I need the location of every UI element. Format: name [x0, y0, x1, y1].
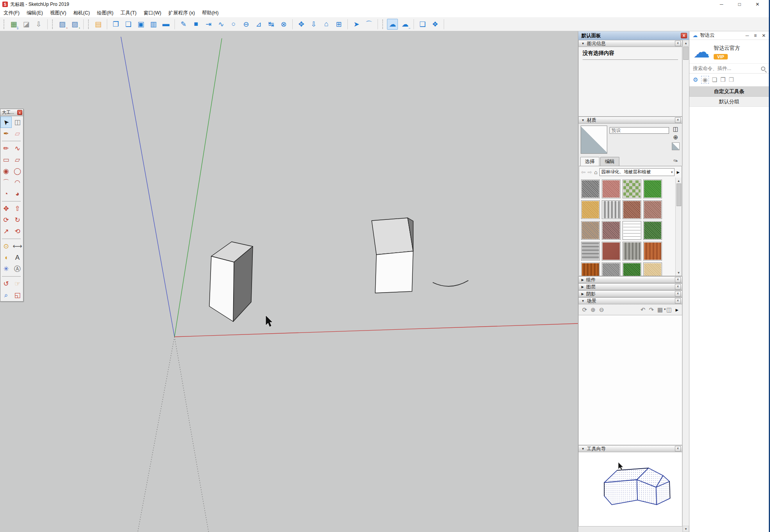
save-all-icon[interactable]: ▥ [148, 19, 159, 30]
hatch-clock-red-icon[interactable]: ▨◔ [57, 19, 68, 30]
box-3d-icon[interactable]: ❖ [430, 19, 441, 30]
orbit-icon[interactable]: ↺ [0, 278, 12, 289]
details-arrow-icon[interactable]: ▸ [676, 169, 680, 176]
circle-tool-icon[interactable]: ○ [228, 19, 239, 30]
material-shrub[interactable] [622, 262, 641, 276]
offset-icon[interactable]: ⟲ [12, 226, 23, 237]
tool-palette-titlebar[interactable]: 大工... x [0, 109, 23, 116]
material-orange-fence[interactable] [643, 242, 662, 261]
freehand-icon[interactable]: ∿ [216, 19, 227, 30]
scenes-close-button[interactable]: × [675, 298, 681, 304]
entity-info-close-button[interactable]: × [675, 41, 681, 46]
stamp-tool-icon[interactable]: ❏ [712, 76, 717, 83]
rectangle-tool-icon[interactable]: ■ [191, 19, 201, 30]
scene-detail-arrow-icon[interactable]: ▸ [675, 307, 678, 313]
move-icon[interactable]: ✥ [0, 203, 12, 214]
section-close-button[interactable]: × [675, 277, 681, 282]
menu-item[interactable]: 编辑(E) [23, 10, 47, 16]
menu-item[interactable]: 工具(T) [117, 10, 140, 16]
menu-item[interactable]: 帮助(H) [198, 10, 222, 16]
material-gray-planks[interactable] [622, 242, 641, 261]
material-mixed-gravel[interactable] [581, 221, 600, 240]
instructor-header[interactable]: ▼ 工具向导 × [578, 445, 682, 452]
display-secondary-pane-icon[interactable]: ◫ [673, 126, 678, 132]
arc-icon[interactable]: ⌒ [0, 177, 12, 188]
circle-icon[interactable]: ◉ [0, 165, 12, 177]
protractor-tool-icon[interactable]: ⊿ [253, 19, 264, 30]
material-granite[interactable] [602, 221, 621, 240]
zoom-window-icon[interactable]: ◱ [12, 289, 23, 301]
entity-info-header[interactable]: ▼ 图元信息 × [578, 40, 682, 47]
cloud-close-button[interactable]: ✕ [762, 33, 766, 38]
toolbar-drag-handle[interactable] [4, 20, 5, 29]
3d-text-icon[interactable]: Ⓐ [12, 263, 23, 275]
add-scene-icon[interactable]: ⊕ [591, 307, 596, 313]
selection-eye-icon[interactable]: ◉ [701, 76, 709, 84]
menu-item[interactable]: 绘图(R) [94, 10, 117, 16]
copy-tool-icon[interactable]: ❐ [720, 76, 725, 83]
person-import-icon[interactable]: ⇩ [33, 19, 44, 30]
freehand-tool-icon[interactable]: ∿ [12, 143, 23, 154]
hatch-clock-green-icon[interactable]: ▨◔ [69, 19, 80, 30]
line-pencil-icon[interactable]: ✏ [0, 143, 12, 154]
refresh-scene-icon[interactable]: ⟳ [582, 307, 587, 313]
tab-edit[interactable]: 编辑 [600, 157, 619, 166]
material-gray-gravel[interactable] [581, 180, 600, 198]
line-tool-icon[interactable]: ✎ [178, 19, 189, 30]
section-close-button[interactable]: × [675, 284, 681, 289]
scroll-down-icon[interactable]: ▼ [676, 270, 682, 275]
section-close-button[interactable]: × [675, 291, 681, 297]
scene-down-icon[interactable]: ↷ [649, 307, 654, 313]
open-folder-icon[interactable]: ❏ [123, 19, 134, 30]
paste-tool-icon[interactable]: ❒ [729, 76, 734, 83]
cloud-menu-button[interactable]: ≡ [754, 33, 757, 38]
house-icon[interactable]: ⌂ [321, 19, 332, 30]
toolbar-drag-handle[interactable] [382, 20, 384, 29]
material-red-gravel[interactable] [643, 200, 662, 219]
settings-gear-icon[interactable]: ⚙ [693, 76, 698, 83]
open-file-icon[interactable]: ❐ [110, 19, 121, 30]
dimension-icon[interactable]: ⟷ [12, 241, 23, 252]
pan-icon[interactable]: ☞ [12, 278, 23, 289]
eyedropper-icon[interactable]: ✑ [673, 157, 678, 164]
maximize-button[interactable]: □ [730, 0, 748, 9]
import-folder-icon[interactable]: ▬ [160, 19, 171, 30]
scene-up-icon[interactable]: ↶ [640, 307, 646, 313]
back-arrow-icon[interactable]: ⇦ [581, 169, 586, 175]
material-grass[interactable] [643, 180, 662, 198]
remove-scene-icon[interactable]: ⊖ [599, 307, 604, 313]
materials-close-button[interactable]: × [675, 117, 681, 123]
arc-curve-icon[interactable]: ⌒ [363, 19, 374, 30]
toolbar-drag-handle[interactable] [88, 20, 90, 29]
scene-view-options-icon[interactable]: ▦▾ [657, 307, 663, 313]
dock-scrollbar[interactable]: ▲ ▼ [682, 40, 689, 532]
move-tool-icon[interactable]: ✥ [296, 19, 307, 30]
material-sand[interactable] [581, 200, 600, 219]
rotated-rectangle-icon[interactable]: ▱ [12, 154, 23, 165]
menu-item[interactable]: 扩展程序 (x) [165, 10, 198, 16]
material-stone-rounds[interactable] [581, 242, 600, 261]
zoom-extents-icon[interactable]: ❑ [417, 19, 428, 30]
image-export-icon[interactable]: ▦⇩ [8, 19, 19, 30]
download-icon[interactable]: ⇩ [308, 19, 319, 30]
material-orange-planks[interactable] [581, 262, 600, 276]
push-in-icon[interactable]: ⇥ [203, 19, 214, 30]
text-tool-icon[interactable]: A [12, 252, 23, 263]
paint-bucket-icon[interactable]: ✒ [0, 128, 12, 139]
tool-palette-close-button[interactable]: x [17, 110, 22, 115]
pie-arc-icon[interactable]: ◔ [0, 188, 12, 200]
circle-minus-icon[interactable]: ⊖ [241, 19, 252, 30]
surface-shape-icon[interactable]: ◪ [21, 19, 32, 30]
material-grass-pavers[interactable] [622, 180, 641, 198]
scene-details-pane-icon[interactable]: ◫ [666, 307, 672, 313]
material-category-dropdown[interactable]: 园林绿化、地被层和植被 ▾ [599, 168, 675, 176]
make-component-icon[interactable]: ◫ [12, 117, 23, 128]
scrollbar-thumb[interactable] [683, 47, 689, 60]
select-tool-icon[interactable]: ➤ [0, 117, 12, 128]
save-icon[interactable]: ▣ [135, 19, 146, 30]
material-gray-fence[interactable] [602, 200, 621, 219]
search-icon[interactable] [761, 66, 765, 71]
section-header-阴影[interactable]: ▶阴影× [578, 290, 682, 297]
cloud-search-input[interactable] [693, 66, 759, 71]
zoom-icon[interactable]: ⌕ [0, 289, 12, 301]
